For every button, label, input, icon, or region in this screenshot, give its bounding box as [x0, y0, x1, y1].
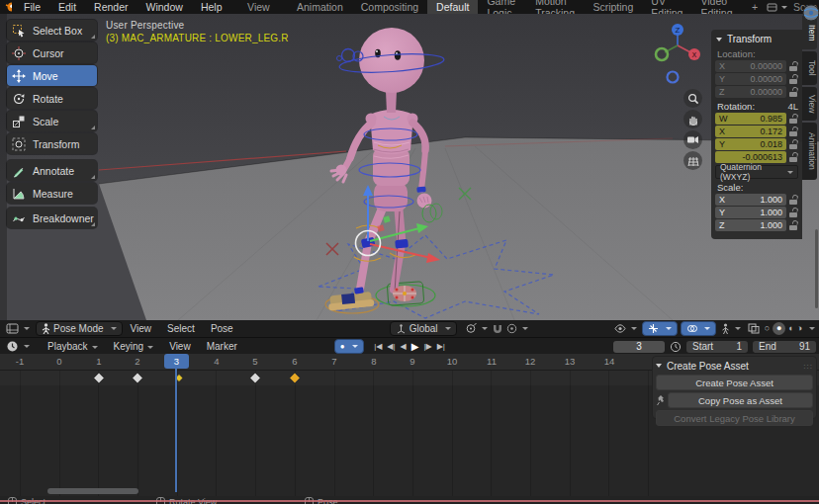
- current-frame-badge[interactable]: 3: [164, 354, 189, 369]
- lock-icon[interactable]: [789, 139, 798, 149]
- overlays-toggle[interactable]: [681, 321, 716, 336]
- timeline-menu-view[interactable]: View: [161, 341, 199, 352]
- playhead[interactable]: [175, 354, 177, 492]
- shading-material-button[interactable]: ◐: [788, 322, 793, 335]
- zoom-button[interactable]: [683, 89, 702, 108]
- shading-dropdown-icon[interactable]: [809, 327, 815, 330]
- auto-keying-toggle[interactable]: ●: [334, 339, 364, 354]
- jump-to-start-button[interactable]: |◀: [372, 340, 385, 353]
- pose-panel-header[interactable]: Create Pose Asset :::: [656, 359, 813, 373]
- play-button[interactable]: ▶: [409, 340, 421, 353]
- playback-range-clock-icon[interactable]: [670, 341, 682, 353]
- viewport-menu-pose[interactable]: Pose: [203, 323, 241, 334]
- lock-icon[interactable]: [789, 114, 798, 124]
- xray-toggle[interactable]: [746, 322, 762, 335]
- lock-icon[interactable]: [789, 152, 798, 162]
- gizmos-toggle[interactable]: [642, 321, 678, 336]
- menu-edit[interactable]: Edit: [49, 1, 85, 13]
- scale-z-field[interactable]: Z1.000: [715, 219, 786, 231]
- jump-to-end-button[interactable]: ▶|: [434, 340, 447, 353]
- timeline-scrollbar[interactable]: [47, 488, 138, 494]
- create-pose-asset-button[interactable]: Create Pose Asset: [656, 375, 813, 390]
- viewport-menu-view[interactable]: View: [123, 323, 160, 334]
- pan-button[interactable]: [683, 110, 702, 128]
- timeline-editor[interactable]: -1 0 1 2 4 5 6 7 8 9 10 11 12 13 14 3 Cr…: [0, 354, 819, 496]
- orientation-dropdown[interactable]: Global: [390, 321, 457, 336]
- rotation-mode-badge[interactable]: 4L: [787, 101, 798, 112]
- location-x-field[interactable]: X0.00000: [715, 60, 786, 72]
- navigation-gizmo[interactable]: Z X: [653, 22, 704, 87]
- menu-file[interactable]: File: [15, 1, 49, 13]
- camera-view-button[interactable]: [683, 130, 702, 149]
- menu-window[interactable]: Window: [137, 1, 192, 13]
- rotation-w-field[interactable]: W0.985: [715, 113, 786, 125]
- blender-logo-icon[interactable]: [5, 1, 12, 13]
- lock-icon[interactable]: [789, 220, 798, 230]
- play-reverse-button[interactable]: ◀: [398, 340, 409, 353]
- shading-wireframe-button[interactable]: ○: [765, 322, 770, 335]
- lock-icon[interactable]: [789, 87, 798, 97]
- sidebar-scrollbar[interactable]: [815, 229, 818, 308]
- lock-icon[interactable]: [789, 74, 798, 84]
- shading-solid-button[interactable]: ●: [773, 322, 785, 335]
- sidebar-tab-tool[interactable]: Tool: [802, 51, 817, 85]
- perspective-toggle-button[interactable]: [683, 151, 702, 170]
- tool-breakdowner[interactable]: Breakdowner: [7, 208, 97, 228]
- prev-keyframe-button[interactable]: ◀|: [385, 340, 398, 353]
- current-frame-field[interactable]: 3: [613, 341, 665, 353]
- drag-grip-icon[interactable]: :::: [803, 362, 813, 371]
- tool-scale[interactable]: Scale: [7, 111, 97, 131]
- workspace-tab-default[interactable]: Default: [427, 0, 478, 14]
- start-frame-field[interactable]: Start1: [686, 341, 748, 353]
- location-y-field[interactable]: Y0.00000: [715, 73, 786, 85]
- viewport-menu-select[interactable]: Select: [159, 323, 203, 334]
- scene-icon[interactable]: [802, 4, 819, 24]
- scale-x-field[interactable]: X1.000: [715, 194, 786, 206]
- location-z-field[interactable]: Z0.00000: [715, 86, 786, 98]
- tool-rotate[interactable]: Rotate: [7, 88, 97, 109]
- screen-layout-icon[interactable]: [767, 3, 777, 12]
- rotation-y-field[interactable]: Y0.018: [715, 138, 786, 150]
- menu-help[interactable]: Help: [192, 1, 231, 13]
- rotation-mode-dropdown[interactable]: Quaternion (WXYZ): [715, 165, 798, 179]
- pivot-point-button[interactable]: [463, 322, 490, 335]
- tool-measure[interactable]: Measure: [7, 183, 97, 204]
- pin-icon[interactable]: [656, 394, 666, 406]
- lock-icon[interactable]: [789, 126, 798, 136]
- timeline-editor-button[interactable]: [4, 340, 32, 353]
- viewport-3d[interactable]: User Perspective (3) MAC_ARMATURE : LOWE…: [0, 14, 819, 320]
- axis-minus-z-ball[interactable]: [668, 72, 679, 83]
- tool-select-box[interactable]: Select Box: [7, 20, 97, 41]
- snap-button[interactable]: [490, 322, 504, 335]
- timeline-menu-marker[interactable]: Marker: [199, 341, 245, 352]
- tool-transform[interactable]: Transform: [7, 133, 97, 154]
- layout-chevron-icon[interactable]: [781, 6, 787, 9]
- timeline-menu-keying[interactable]: Keying: [106, 341, 162, 352]
- gizmo-visibility-button[interactable]: [612, 322, 639, 335]
- mode-dropdown[interactable]: Pose Mode: [36, 321, 123, 336]
- timeline-menu-playback[interactable]: Playback: [40, 341, 106, 352]
- lock-icon[interactable]: [789, 195, 798, 205]
- copy-pose-as-asset-button[interactable]: Copy Pose as Asset: [668, 392, 813, 408]
- tool-cursor[interactable]: Cursor: [7, 42, 97, 63]
- scale-y-field[interactable]: Y1.000: [715, 207, 786, 218]
- workspace-tab-compositing[interactable]: Compositing: [352, 1, 427, 13]
- add-workspace-button[interactable]: +: [743, 1, 767, 13]
- end-frame-field[interactable]: End91: [753, 341, 816, 353]
- proportional-edit-button[interactable]: [504, 322, 530, 335]
- axis-y-ball[interactable]: [656, 48, 668, 60]
- shading-rendered-button[interactable]: ◑: [797, 322, 802, 335]
- tool-move[interactable]: Move: [7, 65, 97, 86]
- menu-render[interactable]: Render: [85, 1, 136, 13]
- rotation-x-field[interactable]: X0.172: [715, 126, 786, 137]
- lock-icon[interactable]: [789, 61, 798, 71]
- editor-type-button[interactable]: [4, 322, 32, 335]
- workspace-tab-animation[interactable]: Animation: [288, 1, 352, 13]
- lock-icon[interactable]: [789, 208, 798, 217]
- armature-overlay-button[interactable]: [719, 322, 743, 335]
- next-keyframe-button[interactable]: |▶: [421, 340, 434, 353]
- workspace-tab-scripting[interactable]: Scripting: [584, 1, 642, 13]
- transform-panel-header[interactable]: Transform: [716, 34, 798, 44]
- sidebar-tab-animation[interactable]: Animation: [802, 123, 817, 180]
- sidebar-tab-view[interactable]: View: [802, 87, 817, 121]
